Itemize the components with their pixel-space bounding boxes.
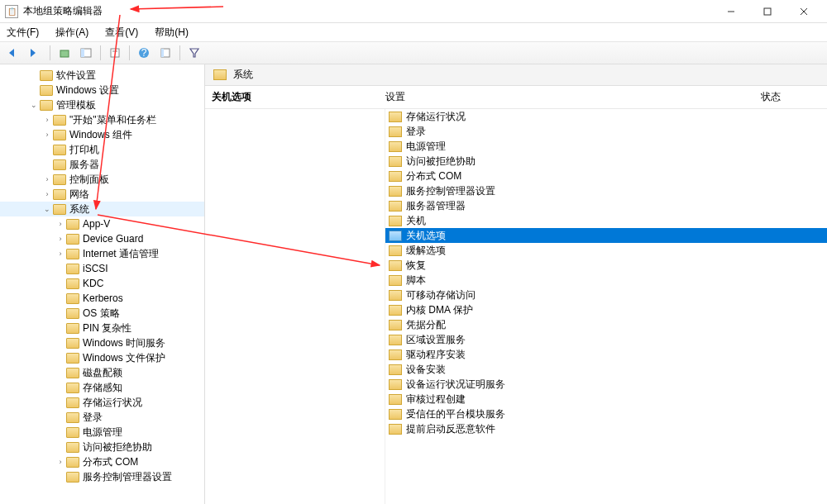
collapse-icon[interactable]: ⌄ [41,205,53,213]
folder-icon [389,394,402,405]
expand-icon[interactable]: › [55,235,66,243]
list-item-label: 服务控制管理器设置 [406,184,495,198]
list-item[interactable]: 脚本 [385,273,827,288]
tree-item[interactable]: Windows 设置 [0,83,204,97]
expand-icon[interactable]: › [55,458,66,466]
list-item[interactable]: 凭据分配 [385,317,827,332]
list-item[interactable]: 服务控制管理器设置 [385,183,827,198]
folder-icon [66,323,79,334]
list-item[interactable]: 关机选项 [385,228,827,243]
up-button[interactable] [55,44,74,62]
expand-icon[interactable]: › [41,131,53,139]
list-item[interactable]: 缓解选项 [385,243,827,258]
tree-item[interactable]: ⌄系统 [0,202,204,216]
folder-icon [389,171,402,182]
menubar: 文件(F) 操作(A) 查看(V) 帮助(H) [0,23,827,41]
list-item[interactable]: 可移动存储访问 [385,288,827,302]
list-item[interactable]: 访问被拒绝协助 [385,154,827,169]
collapse-icon[interactable]: ⌄ [28,101,40,109]
tree-item[interactable]: KDC [0,276,204,291]
tree-item[interactable]: 电源管理 [0,425,204,440]
list-item[interactable]: 电源管理 [385,139,827,154]
back-button[interactable] [5,44,23,62]
list-item[interactable]: 恢复 [385,258,827,273]
tree-item[interactable]: Kerberos [0,291,204,306]
tree-item-label: 系统 [69,202,89,216]
tree-panel[interactable]: 软件设置Windows 设置⌄管理模板›"开始"菜单和任务栏›Windows 组… [0,64,205,504]
tree-item[interactable]: ›网络 [0,187,204,202]
list-item[interactable]: 受信任的平台模块服务 [385,407,827,421]
tree-item[interactable]: 登录 [0,410,204,425]
list-item[interactable]: 设备运行状况证明服务 [385,377,827,392]
tree-item[interactable]: 服务控制管理器设置 [0,469,204,484]
tree-item[interactable]: 存储感知 [0,380,204,395]
tree-item[interactable]: Windows 文件保护 [0,350,204,365]
folder-icon [389,290,402,301]
window-title: 本地组策略编辑器 [23,4,103,18]
close-button[interactable] [786,0,822,23]
tree-item[interactable]: ›Device Guard [0,231,204,246]
help-button[interactable]: ? [135,44,153,62]
list-item-label: 受信任的平台模块服务 [406,407,505,421]
menu-file[interactable]: 文件(F) [3,26,42,40]
maximize-button[interactable] [749,0,786,23]
expand-icon[interactable]: › [41,175,53,183]
tree-item[interactable]: PIN 复杂性 [0,321,204,335]
tree-item[interactable]: ›控制面板 [0,172,204,187]
expand-icon[interactable]: › [41,116,53,124]
folder-icon [66,234,79,245]
tree-item[interactable]: ⌄管理模板 [0,97,204,112]
titlebar: 📋 本地组策略编辑器 [0,0,827,23]
tree-item[interactable]: Windows 时间服务 [0,335,204,350]
app-icon: 📋 [5,5,18,18]
list-item[interactable]: 存储运行状况 [385,109,827,124]
folder-icon [389,364,402,375]
expand-icon[interactable]: › [55,250,66,258]
list-item[interactable]: 内核 DMA 保护 [385,302,827,317]
tree-item[interactable]: iSCSI [0,261,204,276]
tree-item[interactable]: 存储运行状况 [0,395,204,410]
column-headers[interactable]: 关机选项 设置 状态 [205,86,827,109]
tree-item[interactable]: 打印机 [0,142,204,157]
tree-item[interactable]: 软件设置 [0,68,204,83]
path-label: 系统 [233,68,253,82]
description-column [205,109,385,504]
tree-item[interactable]: ›Internet 通信管理 [0,246,204,261]
list-item[interactable]: 审核过程创建 [385,392,827,407]
export-button[interactable] [156,44,174,62]
list-item[interactable]: 分布式 COM [385,169,827,183]
folder-icon [66,308,79,319]
expand-icon[interactable]: › [55,220,66,228]
settings-list[interactable]: 存储运行状况登录电源管理访问被拒绝协助分布式 COM服务控制管理器设置服务器管理… [385,109,827,504]
menu-action[interactable]: 操作(A) [52,26,92,40]
menu-view[interactable]: 查看(V) [102,26,141,40]
folder-icon [53,159,66,170]
tree-item[interactable]: 服务器 [0,157,204,172]
tree-item[interactable]: ›Windows 组件 [0,127,204,142]
list-item[interactable]: 服务器管理器 [385,198,827,213]
filter-button[interactable] [185,44,203,62]
expand-icon[interactable]: › [41,190,53,198]
properties-button[interactable] [106,44,124,62]
list-item-label: 恢复 [406,259,426,273]
folder-icon [66,472,79,483]
folder-icon [389,275,402,286]
tree-item[interactable]: 磁盘配额 [0,365,204,380]
tree-item[interactable]: ›分布式 COM [0,454,204,469]
list-item[interactable]: 登录 [385,124,827,139]
list-item[interactable]: 驱动程序安装 [385,347,827,362]
menu-help[interactable]: 帮助(H) [151,26,192,40]
minimize-button[interactable] [713,0,749,23]
tree-item-label: App-V [83,218,110,230]
tree-item[interactable]: ›App-V [0,216,204,231]
list-item[interactable]: 设备安装 [385,362,827,377]
forward-button[interactable] [26,44,45,62]
tree-item[interactable]: ›"开始"菜单和任务栏 [0,112,204,127]
list-item[interactable]: 区域设置服务 [385,332,827,347]
tree-item[interactable]: 访问被拒绝协助 [0,440,204,454]
folder-icon [389,141,402,152]
list-item[interactable]: 关机 [385,213,827,228]
show-hide-button[interactable] [77,44,95,62]
tree-item[interactable]: OS 策略 [0,306,204,321]
list-item[interactable]: 提前启动反恶意软件 [385,421,827,436]
